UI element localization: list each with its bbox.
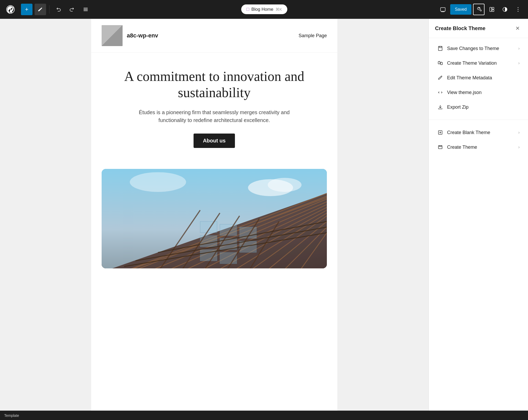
site-logo	[102, 25, 123, 46]
toolbar: + □ Blog Home ⌘K	[0, 0, 528, 19]
save-changes-label: Save Changes to Theme	[447, 46, 499, 51]
svg-rect-33	[200, 235, 217, 247]
create-blank-label: Create Blank Theme	[447, 130, 490, 135]
right-tools: Saved	[437, 4, 524, 15]
svg-point-15	[130, 172, 186, 192]
saved-label: Saved	[455, 7, 467, 12]
svg-point-10	[518, 9, 519, 10]
site-header: a8c-wp-env Sample Page	[91, 19, 337, 53]
wp-logo-icon	[6, 5, 15, 14]
svg-rect-2	[84, 9, 88, 10]
svg-rect-7	[492, 10, 494, 12]
panel-header: Create Block Theme ✕	[429, 19, 528, 38]
list-view-icon	[83, 7, 88, 12]
more-options-button[interactable]	[512, 4, 524, 15]
create-blank-item[interactable]: Create Blank Theme ›	[431, 125, 526, 140]
status-bar: Template	[0, 411, 528, 420]
create-theme-chevron: ›	[518, 145, 520, 150]
svg-rect-1	[84, 8, 88, 8]
site-name: a8c-wp-env	[127, 32, 158, 39]
svg-rect-3	[84, 10, 88, 11]
create-variation-label: Create Theme Variation	[447, 60, 497, 66]
create-variation-icon	[437, 60, 443, 66]
create-theme-item[interactable]: Create Theme ›	[431, 140, 526, 154]
view-json-label: View theme.json	[447, 90, 482, 95]
add-block-button[interactable]: +	[21, 4, 32, 15]
preview-button[interactable]	[437, 4, 449, 15]
create-variation-chevron: ›	[518, 61, 520, 65]
undo-button[interactable]	[53, 4, 64, 15]
export-zip-item[interactable]: Export Zip	[431, 100, 526, 114]
blog-home-icon: □	[246, 7, 249, 12]
about-us-button[interactable]: About us	[194, 134, 235, 148]
panel-menu-2: Create Blank Theme › Create Theme ›	[429, 122, 528, 158]
building-svg	[102, 169, 327, 268]
about-us-label: About us	[203, 138, 226, 143]
svg-rect-49	[441, 62, 442, 65]
svg-rect-52	[439, 146, 441, 147]
main-area: a8c-wp-env Sample Page A commitment to i…	[0, 19, 528, 411]
center-toolbar: □ Blog Home ⌘K	[94, 4, 435, 14]
style-icon	[502, 7, 508, 12]
create-blank-icon	[437, 129, 443, 136]
preview-icon	[440, 7, 446, 12]
edit-icon	[38, 7, 43, 12]
export-zip-label: Export Zip	[447, 104, 469, 110]
list-view-button[interactable]	[80, 4, 91, 15]
nav-sample-page[interactable]: Sample Page	[299, 33, 327, 38]
status-label: Template	[4, 413, 19, 418]
save-changes-icon	[437, 45, 443, 52]
layout-button[interactable]	[486, 4, 498, 15]
edit-metadata-label: Edit Theme Metadata	[447, 75, 492, 81]
create-variation-item[interactable]: Create Theme Variation ›	[431, 56, 526, 70]
export-zip-icon	[437, 104, 443, 110]
wp-logo[interactable]	[4, 3, 17, 16]
edit-metadata-item[interactable]: Edit Theme Metadata	[431, 70, 526, 85]
panel-title: Create Block Theme	[435, 25, 485, 31]
right-panel: Create Block Theme ✕ Save Changes to The…	[428, 19, 528, 411]
hero-heading: A commitment to innovation and sustainab…	[112, 68, 316, 101]
shortcut-label: ⌘K	[276, 7, 282, 12]
save-changes-item[interactable]: Save Changes to Theme ›	[431, 41, 526, 56]
canvas: a8c-wp-env Sample Page A commitment to i…	[0, 19, 428, 411]
layout-icon	[489, 7, 495, 12]
redo-icon	[69, 7, 75, 12]
more-icon	[515, 7, 521, 12]
create-theme-icon	[437, 144, 443, 150]
create-blank-chevron: ›	[518, 130, 520, 135]
redo-button[interactable]	[66, 4, 78, 15]
edit-metadata-icon	[437, 75, 443, 81]
svg-point-11	[518, 11, 519, 12]
view-json-icon	[437, 89, 443, 96]
blog-home-label: Blog Home	[251, 7, 273, 12]
svg-rect-48	[438, 62, 440, 64]
svg-point-9	[518, 7, 519, 8]
panel-divider	[429, 120, 528, 120]
undo-icon	[56, 7, 61, 12]
blog-home-pill[interactable]: □ Blog Home ⌘K	[241, 4, 287, 14]
saved-button[interactable]: Saved	[450, 4, 471, 15]
wrench-icon	[476, 7, 482, 12]
tools-button[interactable]	[473, 4, 485, 15]
save-changes-chevron: ›	[518, 46, 520, 51]
svg-rect-5	[490, 7, 492, 12]
edit-button[interactable]	[35, 4, 46, 15]
svg-point-14	[268, 178, 301, 192]
view-json-item[interactable]: View theme.json	[431, 85, 526, 100]
svg-rect-47	[439, 46, 441, 48]
svg-rect-4	[441, 8, 445, 11]
svg-rect-6	[492, 7, 494, 9]
divider-1	[49, 5, 50, 14]
hero-content: A commitment to innovation and sustainab…	[91, 53, 337, 158]
create-theme-label: Create Theme	[447, 145, 477, 150]
svg-rect-30	[200, 222, 217, 233]
style-button[interactable]	[499, 4, 511, 15]
canvas-inner: a8c-wp-env Sample Page A commitment to i…	[91, 19, 337, 411]
svg-rect-46	[438, 46, 442, 51]
site-nav: Sample Page	[299, 33, 327, 38]
close-panel-button[interactable]: ✕	[513, 24, 522, 32]
building-image	[102, 169, 327, 268]
panel-menu-1: Save Changes to Theme › Create Theme Var…	[429, 38, 528, 118]
hero-subtext: Études is a pioneering firm that seamles…	[130, 108, 298, 124]
svg-rect-51	[438, 146, 442, 149]
